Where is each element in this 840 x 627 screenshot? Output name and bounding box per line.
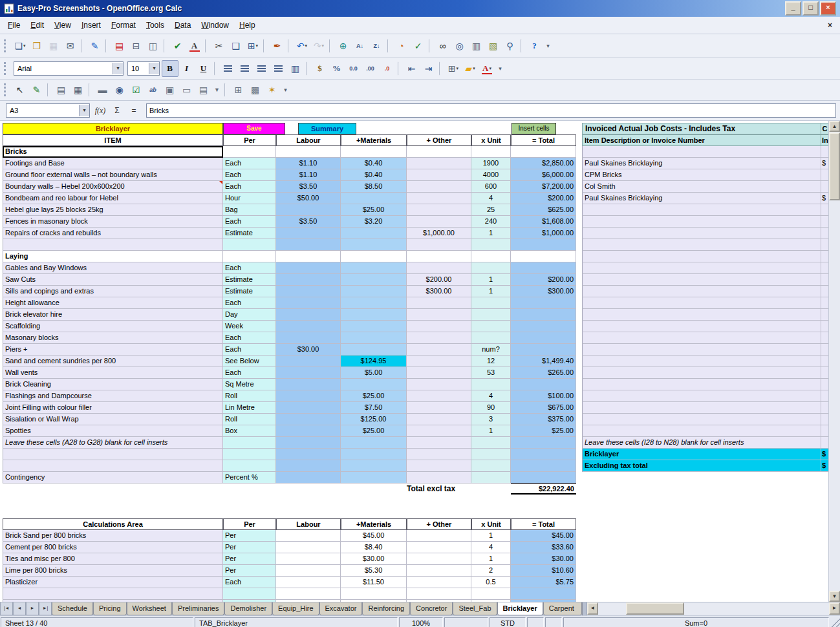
cell-invoice[interactable] (582, 274, 821, 286)
cell-labour[interactable] (276, 239, 341, 251)
cell-materials[interactable]: $0.40 (341, 169, 407, 181)
cell-labour[interactable] (276, 414, 341, 425)
cell-per[interactable]: Estimate (223, 286, 276, 297)
function-wizard-button[interactable]: f(x) (92, 103, 109, 118)
cell-item[interactable] (3, 460, 223, 472)
cell-invoice[interactable] (582, 251, 821, 262)
cell-invoice[interactable]: CPM Bricks (582, 169, 821, 181)
maximize-button[interactable]: □ (802, 1, 819, 16)
cell-total[interactable]: $100.00 (511, 390, 576, 402)
cell-labour[interactable] (276, 530, 341, 542)
cell-total[interactable] (511, 449, 576, 460)
menu-insert[interactable]: Insert (76, 19, 106, 32)
cell-other[interactable] (407, 216, 471, 228)
label-field-icon[interactable]: ab (145, 81, 162, 98)
cell-total[interactable] (511, 262, 576, 274)
cell-invoice[interactable] (582, 204, 821, 216)
cell-other[interactable] (407, 239, 471, 251)
scroll-up-icon[interactable]: ▲ (829, 121, 840, 132)
cell-unit[interactable] (471, 297, 511, 309)
cell-total[interactable]: $30.00 (511, 553, 576, 565)
percent-format-icon[interactable]: % (328, 60, 345, 77)
menu-file[interactable]: File (3, 19, 25, 32)
italic-button[interactable]: I (178, 60, 195, 77)
cell-item[interactable]: Fences in masonary block (3, 216, 223, 228)
cell-unit[interactable] (471, 262, 511, 274)
cell-per[interactable]: Per (223, 542, 276, 553)
cell-labour[interactable] (276, 390, 341, 402)
cell-invoice[interactable] (582, 402, 821, 414)
cell-labour[interactable] (276, 600, 341, 602)
tab-demolisher[interactable]: Demolisher (224, 602, 272, 615)
cell-unit[interactable] (471, 437, 511, 449)
cell-item[interactable]: Flashings and Dampcourse (3, 390, 223, 402)
text-box-icon[interactable]: ▭ (178, 81, 195, 98)
tab-pricing[interactable]: Pricing (93, 602, 127, 615)
last-sheet-button[interactable]: ►| (39, 602, 52, 615)
cell-invoice[interactable]: Paul Skaines Bricklaying (582, 158, 821, 169)
toolbar-options-icon[interactable]: ▾ (543, 37, 554, 54)
menu-format[interactable]: Format (106, 19, 141, 32)
tab-worksheet[interactable]: Worksheet (127, 602, 172, 615)
option-button-icon[interactable]: ◉ (111, 81, 128, 98)
cell-other[interactable] (407, 204, 471, 216)
cell-unit[interactable] (471, 309, 511, 321)
cell-materials[interactable]: $8.50 (341, 181, 407, 193)
cell-item[interactable]: Contingency (3, 472, 223, 484)
cell-total[interactable]: $45.00 (511, 530, 576, 542)
combo-box-icon[interactable]: ▼ (212, 81, 222, 98)
cell-reference-box[interactable]: A3 ▾ (6, 103, 90, 118)
cell-labour[interactable] (276, 449, 341, 460)
tab-equip-hire[interactable]: Equip_Hire (272, 602, 319, 615)
cell-labour[interactable] (276, 321, 341, 332)
cell-per[interactable]: Week (223, 321, 276, 332)
cell-labour[interactable] (276, 460, 341, 472)
header-total[interactable]: = Total (511, 134, 576, 146)
cell-materials[interactable] (341, 251, 407, 262)
cell-total[interactable] (511, 146, 576, 158)
resize-grip[interactable] (830, 617, 840, 627)
menu-window[interactable]: Window (196, 19, 234, 32)
calc-header-total[interactable]: = Total (511, 518, 576, 530)
cell-labour[interactable] (276, 297, 341, 309)
cell-labour[interactable] (276, 379, 341, 390)
help-icon[interactable]: ? (526, 37, 543, 54)
underline-button[interactable]: U (195, 60, 212, 77)
cell-materials[interactable] (341, 309, 407, 321)
cell-total[interactable] (511, 297, 576, 309)
cell-other[interactable] (407, 390, 471, 402)
minimize-button[interactable]: _ (785, 1, 801, 16)
cell-per[interactable]: Each (223, 262, 276, 274)
spellcheck-icon[interactable]: ✔ (169, 37, 186, 54)
cell-item[interactable]: Masonary blocks (3, 332, 223, 344)
undo-icon[interactable]: ↶▾ (294, 37, 310, 54)
menu-view[interactable]: View (49, 19, 76, 32)
header-item[interactable]: ITEM (3, 134, 223, 146)
paste-icon[interactable]: ⊞▾ (244, 37, 261, 54)
scroll-left-icon[interactable]: ◄ (587, 602, 598, 615)
chevron-down-icon[interactable]: ▾ (79, 105, 89, 116)
cell-other[interactable] (407, 577, 471, 588)
cell-per[interactable]: Each (223, 577, 276, 588)
toolbar-options-icon[interactable]: ▾ (495, 60, 506, 77)
cell-other[interactable] (407, 530, 471, 542)
design-mode-icon[interactable]: ✎ (28, 81, 45, 98)
find-replace-icon[interactable]: ∞ (435, 37, 451, 54)
calc-header-materials[interactable]: +Materials (341, 518, 407, 530)
formula-input[interactable] (146, 103, 836, 118)
calc-header-unit[interactable]: x Unit (471, 518, 511, 530)
cell-total[interactable]: $265.00 (511, 367, 576, 379)
header-labour[interactable]: Labour (276, 134, 341, 146)
cell-unit[interactable] (471, 321, 511, 332)
cell-unit[interactable]: 4000 (471, 169, 511, 181)
cell-materials[interactable]: $0.40 (341, 158, 407, 169)
cell-labour[interactable] (276, 437, 341, 449)
redo-icon[interactable]: ↷▾ (310, 37, 327, 54)
cell-unit[interactable] (471, 588, 511, 600)
chevron-down-icon[interactable]: ▾ (113, 63, 123, 74)
push-button-icon[interactable]: ▬ (94, 81, 111, 98)
cell-item[interactable]: Plasticizer (3, 577, 223, 588)
cell-materials[interactable] (341, 472, 407, 484)
cell-item[interactable]: Scaffolding (3, 321, 223, 332)
cell-materials[interactable] (341, 379, 407, 390)
